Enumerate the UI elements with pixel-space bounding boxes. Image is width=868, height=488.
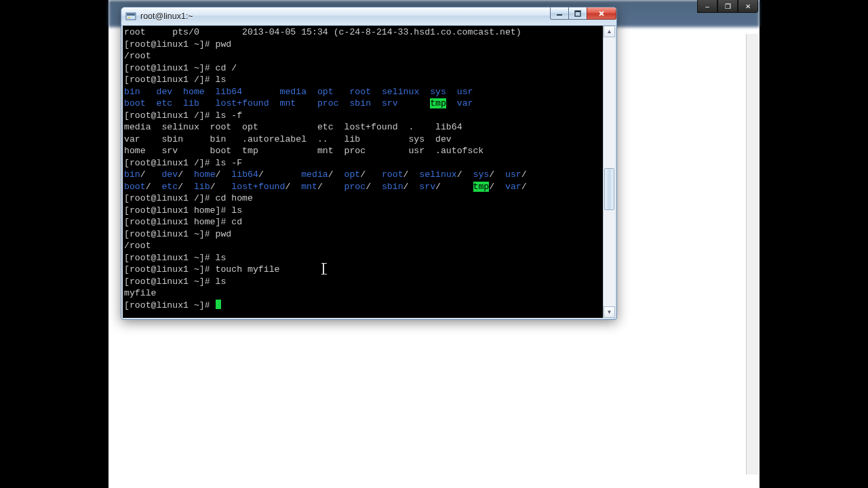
dir-entry: selinux (382, 87, 419, 97)
dir-entry: var (505, 182, 521, 192)
background-window-controls: – ❐ ✕ (697, 0, 758, 13)
dir-entry: boot (124, 98, 146, 108)
dir-entry: lib (183, 98, 199, 108)
prompt: [root@linux1 ~]# (124, 264, 216, 274)
titlebar[interactable]: root@linux1:~ (121, 7, 616, 26)
dir-entry: proc (344, 182, 366, 192)
window-controls (551, 7, 616, 21)
cmd-ls: ls (231, 205, 242, 216)
scroll-up-button[interactable]: ▲ (604, 26, 615, 37)
prompt: [root@linux1 ~]# (124, 39, 216, 49)
dir-entry: sbin (349, 98, 371, 108)
prompt: [root@linux1 home]# (124, 205, 231, 216)
dir-entry: srv (382, 98, 398, 108)
dir-entry: etc (161, 182, 178, 192)
dir-entry: lib64 (231, 169, 258, 180)
prompt: [root@linux1 /]# (124, 110, 216, 121)
letterbox-left (0, 0, 108, 488)
cmd-pwd: pwd (216, 229, 232, 239)
dir-entry: home (183, 87, 205, 97)
svg-rect-1 (127, 14, 135, 16)
letterbox-right (760, 0, 868, 488)
dir-entry: mnt (301, 182, 317, 192)
dir-entry: lost+found (216, 98, 269, 108)
login-line: root pts/0 2013-04-05 15:34 (c-24-8-214-… (124, 27, 521, 37)
bg-close-button[interactable]: ✕ (738, 0, 758, 13)
dir-entry: home (194, 169, 216, 180)
minimize-icon (556, 10, 563, 17)
maximize-button[interactable] (568, 7, 587, 20)
cmd-cd: cd (231, 217, 242, 227)
dir-entry: bin (124, 87, 140, 97)
dir-entry: usr (505, 169, 521, 180)
dir-entry: sys (473, 169, 490, 180)
dir-entry: root (349, 87, 371, 97)
close-icon (598, 10, 605, 17)
text-cursor-ibeam (323, 264, 324, 274)
output-myfile: myfile (124, 288, 156, 298)
output-pwd: /root (124, 241, 151, 251)
dir-entry: mnt (280, 98, 296, 108)
block-cursor (216, 300, 221, 309)
dir-tmp: tmp (473, 182, 490, 192)
dir-entry: lost+found (231, 182, 285, 192)
output-pwd: /root (124, 51, 151, 61)
prompt: [root@linux1 /]# (124, 75, 216, 85)
dir-entry: root (382, 169, 403, 180)
prompt: [root@linux1 ~]# (124, 229, 216, 239)
terminal-window: root@linux1:~ root pts/0 2013-04-05 15:3… (121, 7, 617, 320)
bg-minimize-button[interactable]: – (697, 0, 717, 13)
cmd-pwd: pwd (216, 39, 232, 49)
dir-entry: sbin (382, 182, 403, 192)
dir-entry: proc (317, 98, 339, 108)
prompt: [root@linux1 home]# (124, 217, 231, 227)
lsf-line: media selinux root opt etc lost+found . … (124, 122, 462, 132)
cmd-cdroot: cd / (216, 63, 237, 73)
terminal-output[interactable]: root pts/0 2013-04-05 15:34 (c-24-8-214-… (123, 26, 603, 318)
close-button[interactable] (587, 7, 616, 20)
dir-entry: dev (157, 87, 173, 97)
dir-entry: opt (317, 87, 334, 97)
dir-entry: var (457, 98, 473, 108)
dir-entry: media (280, 87, 307, 97)
cmd-touch: touch myfile (216, 264, 280, 274)
lsf-line: var sbin bin .autorelabel .. lib sys dev (124, 134, 452, 144)
cmd-lsF: ls -F (216, 158, 243, 168)
bg-maximize-button[interactable]: ❐ (717, 0, 738, 13)
dir-entry: media (301, 169, 328, 180)
window-title: root@linux1:~ (140, 12, 193, 21)
prompt: [root@linux1 ~]# (124, 63, 216, 73)
cmd-ls: ls (216, 253, 226, 263)
dir-entry: srv (419, 182, 435, 192)
background-scrollbar[interactable] (746, 34, 758, 474)
terminal-scrollbar[interactable]: ▲ ▼ (603, 26, 615, 318)
dir-entry: bin (124, 169, 140, 180)
dir-entry: lib64 (216, 87, 243, 97)
dir-entry: opt (344, 169, 361, 180)
dir-entry: boot (124, 182, 146, 192)
dir-entry: sys (430, 87, 446, 97)
prompt: [root@linux1 /]# (124, 158, 216, 168)
putty-icon (125, 11, 136, 22)
dir-entry: lib (194, 182, 210, 192)
dir-tmp: tmp (430, 98, 446, 108)
dir-entry: etc (156, 98, 172, 108)
scroll-thumb[interactable] (604, 168, 614, 210)
dir-entry: selinux (419, 169, 456, 180)
prompt: [root@linux1 ~]# (124, 277, 216, 287)
cmd-cdhome: cd home (216, 193, 253, 203)
cmd-ls: ls (216, 75, 226, 85)
prompt: [root@linux1 /]# (124, 193, 216, 203)
minimize-icon: – (705, 3, 709, 10)
minimize-button[interactable] (550, 7, 569, 20)
cmd-ls: ls (216, 277, 226, 287)
cmd-lsf: ls -f (216, 110, 243, 121)
prompt: [root@linux1 ~]# (124, 300, 216, 310)
maximize-icon: ❐ (725, 3, 731, 10)
dir-entry: usr (457, 87, 473, 97)
lsf-line: home srv boot tmp mnt proc usr .autofsck (124, 146, 484, 156)
scroll-down-button[interactable]: ▼ (604, 306, 615, 318)
prompt: [root@linux1 ~]# (124, 253, 216, 263)
maximize-icon (574, 10, 581, 17)
dir-entry: dev (161, 169, 178, 180)
